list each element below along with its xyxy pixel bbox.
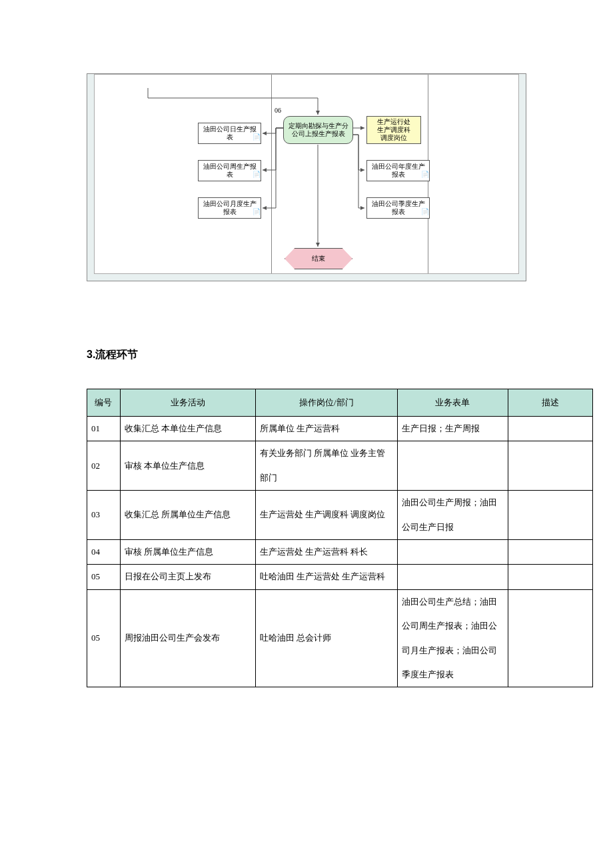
table-row: 05日报在公司主页上发布吐哈油田 生产运营处 生产运营科: [87, 565, 593, 589]
flowchart-end-label: 结束: [312, 254, 325, 263]
table-cell-form: [397, 441, 508, 491]
doc-monthly-report: 油田公司月度生产报表 📄: [198, 197, 261, 219]
table-row: 05周报油田公司生产会发布吐哈油田 总会计师油田公司生产总结；油田公司周生产报表…: [87, 589, 593, 687]
doc-daily-report: 油田公司日生产报表 📄: [198, 123, 261, 144]
doc-annual-report: 油田公司年度生产报表 📄: [366, 160, 430, 181]
process-steps-table: 编号 业务活动 操作岗位/部门 业务表单 描述 01收集汇总 本单位生产信息所属…: [87, 389, 593, 687]
table-cell-dept: 吐哈油田 生产运营处 生产运营科: [255, 565, 397, 589]
table-row: 04审核 所属单位生产信息生产运营处 生产运营科 科长: [87, 539, 593, 564]
table-cell-activity: 周报油田公司生产会发布: [120, 589, 255, 687]
table-cell-activity: 审核 本单位生产信息: [120, 441, 255, 491]
document-icon: 📄: [421, 171, 428, 179]
doc-monthly-report-label: 油田公司月度生产报表: [200, 200, 259, 216]
table-cell-form: 油田公司生产周报；油田公司生产日报: [397, 491, 508, 540]
table-cell-num: 05: [87, 589, 121, 687]
table-cell-num: 05: [87, 565, 121, 589]
table-row: 01收集汇总 本单位生产信息所属单位 生产运营科生产日报；生产周报: [87, 417, 593, 441]
flowchart-container: 06 油田公司日生产报表 📄 油田公司周生产报表 📄 油田公司月度生产报表 📄 …: [87, 73, 526, 281]
table-cell-num: 02: [87, 441, 121, 491]
table-cell-dept: 所属单位 生产运营科: [255, 417, 397, 441]
table-cell-num: 01: [87, 417, 121, 441]
table-cell-num: 04: [87, 539, 121, 564]
table-row: 02审核 本单位生产信息有关业务部门 所属单位 业务主管部门: [87, 441, 593, 491]
col-header-form: 业务表单: [397, 389, 508, 417]
process-submit-report-label: 定期向勘探与生产分公司上报生产报表: [285, 122, 351, 138]
table-cell-desc: [508, 565, 592, 589]
doc-annual-report-label: 油田公司年度生产报表: [368, 163, 428, 179]
document-icon: 📄: [253, 134, 259, 142]
table-cell-form: [397, 565, 508, 589]
table-cell-form: 油田公司生产总结；油田公司周生产报表；油田公司月生产报表；油田公司季度生产报表: [397, 589, 508, 687]
flowchart-inner: 06 油田公司日生产报表 📄 油田公司周生产报表 📄 油田公司月度生产报表 📄 …: [94, 74, 519, 274]
flowchart-end-shape: 结束: [285, 248, 352, 269]
table-row: 03收集汇总 所属单位生产信息生产运营处 生产调度科 调度岗位油田公司生产周报；…: [87, 491, 593, 540]
table-cell-num: 03: [87, 491, 121, 540]
table-cell-desc: [508, 441, 592, 491]
table-cell-dept: 有关业务部门 所属单位 业务主管部门: [255, 441, 397, 491]
col-header-desc: 描述: [508, 389, 592, 417]
doc-daily-report-label: 油田公司日生产报表: [200, 125, 259, 141]
table-header-row: 编号 业务活动 操作岗位/部门 业务表单 描述: [87, 389, 593, 417]
doc-quarterly-report-label: 油田公司季度生产报表: [368, 200, 428, 216]
col-header-num: 编号: [87, 389, 121, 417]
step-number-label: 06: [275, 107, 281, 114]
col-header-dept: 操作岗位/部门: [255, 389, 397, 417]
table-cell-activity: 审核 所属单位生产信息: [120, 539, 255, 564]
table-cell-form: 生产日报；生产周报: [397, 417, 508, 441]
doc-weekly-report: 油田公司周生产报表 📄: [198, 160, 261, 181]
role-dispatch-post: 生产运行处 生产调度科 调度岗位: [366, 116, 421, 144]
table-cell-desc: [508, 539, 592, 564]
table-cell-activity: 收集汇总 本单位生产信息: [120, 417, 255, 441]
table-cell-desc: [508, 491, 592, 540]
section-heading: 3.流程环节: [87, 348, 613, 362]
document-icon: 📄: [421, 209, 428, 217]
col-header-activity: 业务活动: [120, 389, 255, 417]
doc-quarterly-report: 油田公司季度生产报表 📄: [366, 197, 430, 219]
doc-weekly-report-label: 油田公司周生产报表: [200, 163, 259, 179]
table-cell-dept: 生产运营处 生产调度科 调度岗位: [255, 491, 397, 540]
table-cell-desc: [508, 417, 592, 441]
table-cell-activity: 收集汇总 所属单位生产信息: [120, 491, 255, 540]
table-cell-activity: 日报在公司主页上发布: [120, 565, 255, 589]
table-cell-dept: 生产运营处 生产运营科 科长: [255, 539, 397, 564]
process-submit-report: 定期向勘探与生产分公司上报生产报表: [283, 116, 353, 144]
table-cell-desc: [508, 589, 592, 687]
flowchart-arrows: [95, 75, 518, 273]
table-cell-dept: 吐哈油田 总会计师: [255, 589, 397, 687]
swimlane-divider-1: [271, 75, 272, 273]
table-cell-form: [397, 539, 508, 564]
role-dispatch-post-label: 生产运行处 生产调度科 调度岗位: [377, 118, 410, 142]
document-icon: 📄: [253, 171, 259, 179]
document-icon: 📄: [253, 209, 259, 217]
flowchart-end: 结束: [285, 248, 351, 268]
